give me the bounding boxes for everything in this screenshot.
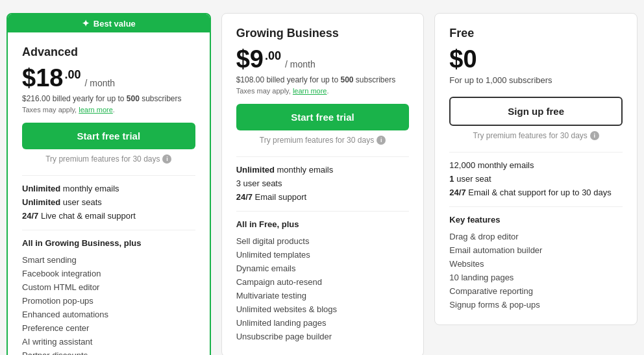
billed-info-growing: $108.00 billed yearly for up to 500 subs…	[236, 75, 410, 84]
features-list-free: Drag & drop editorEmail automation build…	[449, 230, 623, 312]
info-icon-free: i	[590, 131, 599, 140]
cta-button-free[interactable]: Sign up free	[449, 97, 623, 126]
feature-item: Custom HTML editor	[22, 280, 195, 294]
plan-name-free: Free	[449, 27, 623, 40]
pricing-cards: ✦ Best value Advanced $18.00/ month$216.…	[6, 13, 638, 355]
highlights-free: 12,000 monthly emails1 user seat24/7 Ema…	[449, 160, 623, 197]
divider1-advanced	[22, 175, 195, 176]
divider2-advanced	[22, 230, 195, 230]
feature-item: Websites	[449, 257, 623, 271]
price-cents-advanced: .00	[64, 68, 80, 82]
price-row-free: $0	[449, 47, 623, 71]
highlight-item: Unlimited monthly emails	[236, 165, 410, 175]
section-title-advanced: All in Growing Business, plus	[22, 238, 195, 248]
feature-item: Partner discounts	[22, 349, 195, 355]
highlights-growing: Unlimited monthly emails3 user seats24/7…	[236, 165, 410, 202]
feature-item: Promotion pop-ups	[22, 294, 195, 308]
highlight-item: 24/7 Email support	[236, 192, 410, 202]
features-list-advanced: Smart sendingFacebook integrationCustom …	[22, 253, 195, 355]
divider1-growing	[236, 156, 410, 157]
feature-item: Preference center	[22, 321, 195, 335]
price-period-growing: / month	[285, 59, 316, 69]
learn-more-link-advanced[interactable]: learn more	[79, 106, 113, 114]
best-value-label: Best value	[93, 19, 136, 29]
feature-item: Drag & drop editor	[449, 230, 623, 243]
highlight-item: Unlimited user seats	[22, 197, 195, 207]
learn-more-link-growing[interactable]: learn more	[293, 87, 327, 95]
best-value-badge: ✦ Best value	[8, 14, 210, 32]
plan-card-free: Free $0For up to 1,000 subscribersSign u…	[434, 13, 638, 325]
trial-note-advanced: Try premium features for 30 days i	[22, 154, 195, 164]
taxes-info-advanced: Taxes may apply, learn more.	[22, 106, 195, 114]
feature-item: Facebook integration	[22, 267, 195, 280]
feature-item: Smart sending	[22, 253, 195, 267]
highlight-item: 3 user seats	[236, 178, 410, 188]
info-icon-advanced: i	[162, 154, 171, 164]
feature-item: Dynamic emails	[236, 262, 410, 275]
feature-item: 10 landing pages	[449, 271, 623, 284]
cta-button-advanced[interactable]: Start free trial	[22, 123, 195, 149]
plan-name-growing: Growing Business	[236, 27, 410, 40]
trial-note-growing: Try premium features for 30 days i	[236, 136, 410, 145]
highlights-advanced: Unlimited monthly emailsUnlimited user s…	[22, 184, 195, 221]
info-icon-growing: i	[377, 136, 386, 145]
highlight-item: 1 user seat	[449, 174, 623, 184]
star-icon: ✦	[82, 18, 90, 29]
feature-item: Sell digital products	[236, 234, 410, 248]
section-title-free: Key features	[449, 215, 623, 225]
price-dollar-advanced: $18	[22, 66, 63, 90]
price-row-advanced: $18.00/ month	[22, 66, 195, 90]
price-row-growing: $9.00/ month	[236, 47, 410, 71]
section-title-growing: All in Free, plus	[236, 219, 410, 229]
feature-item: Multivariate testing	[236, 289, 410, 302]
divider2-growing	[236, 211, 410, 212]
card-body-advanced: Advanced $18.00/ month$216.00 billed yea…	[8, 32, 210, 355]
taxes-info-growing: Taxes may apply, learn more.	[236, 87, 410, 95]
plan-card-growing: Growing Business $9.00/ month$108.00 bil…	[221, 13, 425, 355]
features-list-growing: Sell digital productsUnlimited templates…	[236, 234, 410, 343]
feature-item: AI writing assistant	[22, 335, 195, 349]
subscribers-info-free: For up to 1,000 subscribers	[449, 75, 623, 85]
divider2-free	[449, 206, 623, 207]
highlight-item: 24/7 Live chat & email support	[22, 211, 195, 221]
trial-note-free: Try premium features for 30 days i	[449, 131, 623, 140]
plan-name-advanced: Advanced	[22, 45, 195, 59]
price-dollar-growing: $9	[236, 47, 264, 71]
feature-item: Unsubscribe page builder	[236, 330, 410, 343]
price-dollar-free: $0	[449, 47, 477, 71]
price-cents-growing: .00	[265, 49, 281, 63]
feature-item: Unlimited landing pages	[236, 316, 410, 330]
highlight-item: 24/7 Email & chat support for up to 30 d…	[449, 188, 623, 197]
highlight-item: 12,000 monthly emails	[449, 160, 623, 170]
feature-item: Comparative reporting	[449, 284, 623, 298]
feature-item: Unlimited templates	[236, 248, 410, 262]
cta-button-growing[interactable]: Start free trial	[236, 104, 410, 130]
card-body-free: Free $0For up to 1,000 subscribersSign u…	[435, 14, 637, 324]
divider1-free	[449, 152, 623, 153]
price-period-advanced: / month	[84, 78, 115, 88]
feature-item: Unlimited websites & blogs	[236, 302, 410, 316]
feature-item: Email automation builder	[449, 243, 623, 257]
highlight-item: Unlimited monthly emails	[22, 184, 195, 193]
card-body-growing: Growing Business $9.00/ month$108.00 bil…	[222, 14, 424, 355]
feature-item: Enhanced automations	[22, 308, 195, 321]
feature-item: Signup forms & pop-ups	[449, 298, 623, 312]
plan-card-advanced: ✦ Best value Advanced $18.00/ month$216.…	[6, 13, 211, 355]
billed-info-advanced: $216.00 billed yearly for up to 500 subs…	[22, 94, 195, 103]
feature-item: Campaign auto-resend	[236, 275, 410, 289]
